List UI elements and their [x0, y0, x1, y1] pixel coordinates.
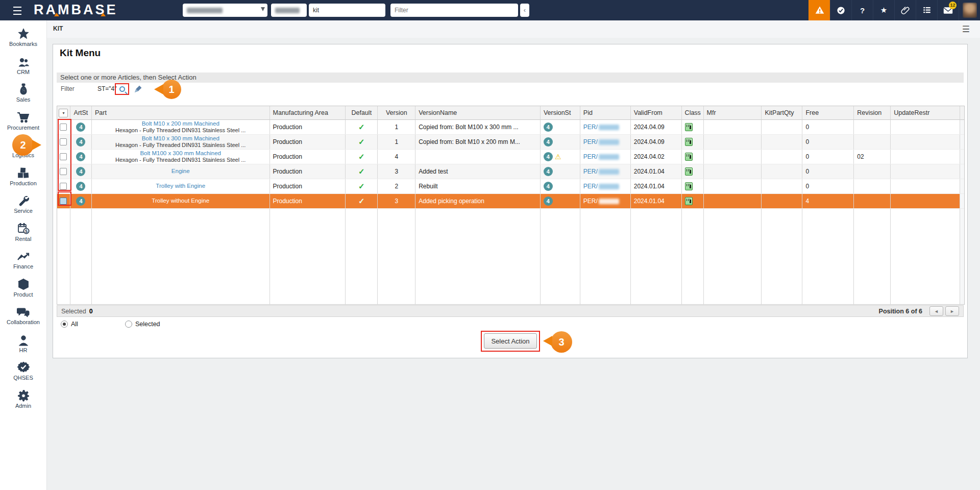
table-row[interactable]: 4 Bolt M10 x 300 mm Machined Hexagon - F…	[57, 135, 964, 150]
row-checkbox[interactable]	[60, 153, 67, 160]
pid-link[interactable]: PER/	[583, 138, 598, 145]
help-icon[interactable]: ?	[851, 0, 873, 20]
row-checkbox[interactable]	[60, 198, 67, 205]
column-header[interactable]: Part	[92, 106, 270, 120]
star-icon	[17, 27, 30, 40]
column-header[interactable]: Class	[682, 106, 704, 120]
program-search-input[interactable]	[309, 4, 385, 17]
sidebar-item-hr[interactable]: HR	[0, 333, 46, 361]
cell-free: 0	[802, 164, 854, 179]
filter-search-highlight	[115, 83, 129, 95]
column-header[interactable]: VersionName	[415, 106, 541, 120]
column-header[interactable]: Pid	[580, 106, 631, 120]
sidebar-item-crm[interactable]: CRM	[0, 55, 46, 83]
radio-selected-label: Selected	[135, 321, 160, 328]
artst-badge: 4	[76, 182, 85, 191]
cell-revision	[854, 194, 891, 208]
pid-link[interactable]: PER/	[583, 183, 598, 190]
messages-envelope-icon[interactable]: 12	[937, 0, 959, 20]
pin-icon[interactable]	[261, 7, 265, 11]
select-dropdown-button[interactable]: ▾	[59, 109, 68, 117]
grid-scrollbar[interactable]	[960, 120, 964, 134]
grid-scrollbar[interactable]	[960, 179, 964, 193]
pid-link[interactable]: PER/	[583, 168, 598, 175]
sidebar-item-finance[interactable]: Finance	[0, 249, 46, 277]
row-checkbox[interactable]	[60, 124, 67, 131]
search-icon[interactable]	[119, 86, 125, 92]
annotation-step-1: 1	[162, 80, 181, 99]
column-header[interactable]: Version	[378, 106, 415, 120]
sidebar-item-qhses[interactable]: QHSES	[0, 360, 46, 388]
radio-selected[interactable]	[125, 321, 132, 328]
column-header[interactable]: ValidFrom	[631, 106, 682, 120]
sidebar-item-sales[interactable]: $ Sales	[0, 82, 46, 110]
column-header[interactable]: Mfr	[704, 106, 762, 120]
tab-kit[interactable]: KIT	[53, 25, 63, 32]
radio-all[interactable]	[61, 321, 68, 328]
blurred-text	[275, 8, 300, 13]
next-row-button[interactable]: ►	[945, 306, 959, 316]
table-row[interactable]: 4 Bolt M100 x 300 mm Machined Hexagon - …	[57, 150, 964, 164]
module-search-input[interactable]	[183, 4, 267, 17]
part-link[interactable]: Bolt M100 x 300 mm Machined	[140, 150, 221, 157]
approvals-check-icon[interactable]	[830, 0, 851, 20]
column-header[interactable]: UpdateRestr	[891, 106, 960, 120]
blurred-pid	[599, 184, 619, 189]
grid-scrollbar[interactable]	[960, 106, 964, 120]
context-menu-icon[interactable]: ☰	[962, 24, 970, 35]
sidebar-item-admin[interactable]: Admin	[0, 388, 46, 416]
grid-scrollbar[interactable]	[960, 135, 964, 149]
tasks-list-icon[interactable]	[916, 0, 937, 20]
main-menu-icon[interactable]	[12, 4, 23, 16]
filter-value[interactable]: ST="4"	[97, 85, 117, 92]
column-header[interactable]: Manufacturing Area	[270, 106, 346, 120]
collapse-search-button[interactable]: ‹	[520, 4, 529, 17]
part-link[interactable]: Bolt M10 x 300 mm Machined	[142, 135, 219, 142]
table-row-selected[interactable]: 4 Trolley without Engine Production ✓ 3 …	[57, 194, 964, 209]
chevron-down-icon: ▾	[62, 111, 64, 115]
alerts-warning-icon[interactable]	[808, 0, 830, 20]
column-header[interactable]: KitPartQty	[762, 106, 802, 120]
column-header[interactable]: Revision	[854, 106, 891, 120]
logo-accent-triangle	[101, 13, 106, 16]
sidebar-item-collaboration[interactable]: Collaboration	[0, 305, 46, 333]
column-header[interactable]: Free	[802, 106, 854, 120]
grid-scrollbar[interactable]	[960, 164, 964, 179]
pid-link[interactable]: PER/	[583, 124, 598, 131]
topbar-filter-input[interactable]	[390, 4, 518, 17]
part-link[interactable]: Trolley without Engine	[152, 198, 209, 204]
table-row[interactable]: 4 Trolley with Engine Production ✓ 2 Reb…	[57, 179, 964, 194]
object-id-input[interactable]	[271, 4, 307, 17]
row-checkbox[interactable]	[60, 183, 67, 190]
part-link[interactable]: Bolt M10 x 200 mm Machined	[142, 120, 219, 127]
pid-link[interactable]: PER/	[583, 153, 598, 160]
favorites-star-icon[interactable]: ★	[873, 0, 894, 20]
sidebar-item-bookmarks[interactable]: Bookmarks	[0, 27, 46, 55]
cell-kitpartqty	[762, 120, 802, 134]
sidebar-item-service[interactable]: Service	[0, 193, 46, 222]
column-header[interactable]: ArtSt	[70, 106, 92, 120]
sidebar-item-procurement[interactable]: Procurement	[0, 110, 46, 138]
clear-filter-icon[interactable]	[134, 85, 142, 95]
sidebar-item-production[interactable]: Production	[0, 166, 46, 194]
grid-scrollbar[interactable]	[960, 150, 964, 164]
table-row[interactable]: 4 Bolt M10 x 200 mm Machined Hexagon - F…	[57, 120, 964, 135]
select-action-button[interactable]: Select Action	[484, 333, 537, 349]
column-header[interactable]: Default	[346, 106, 378, 120]
part-link[interactable]: Trolley with Engine	[156, 183, 205, 189]
sidebar-item-product[interactable]: Product	[0, 277, 46, 305]
grid-scrollbar[interactable]	[960, 194, 964, 208]
part-link[interactable]: Engine	[172, 168, 190, 175]
table-row[interactable]: 4 Engine Production ✓ 3 Added test 4 PER…	[57, 164, 964, 179]
pid-link[interactable]: PER/	[583, 198, 598, 205]
selected-count: 0	[89, 308, 93, 315]
sidebar-item-rental[interactable]: $ Rental	[0, 222, 46, 250]
column-header[interactable]: VersionSt	[541, 106, 580, 120]
row-checkbox[interactable]	[60, 138, 67, 145]
previous-row-button[interactable]: ◄	[929, 306, 943, 316]
profile-avatar[interactable]	[959, 0, 980, 20]
cell-validfrom: 2024.04.09	[631, 120, 682, 134]
cell-area: Production	[270, 120, 346, 134]
attachment-paperclip-icon[interactable]	[894, 0, 916, 20]
row-checkbox[interactable]	[60, 168, 67, 175]
